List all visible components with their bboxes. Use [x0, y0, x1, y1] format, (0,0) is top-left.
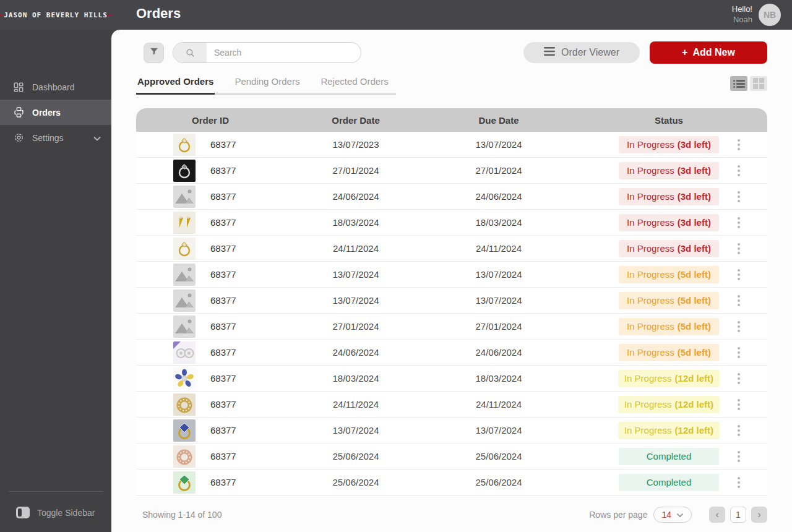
table-row[interactable]: 68377 24/06/2024 24/06/2024 In Progress …: [136, 184, 767, 210]
kebab-menu-icon[interactable]: [735, 163, 742, 179]
list-view-icon: [733, 80, 745, 88]
order-id-value: 68377: [198, 425, 285, 435]
status-text: In Progress: [627, 295, 674, 306]
funnel-icon: [149, 46, 159, 59]
order-date-value: 27/01/2024: [285, 321, 427, 332]
order-id-value: 68377: [198, 347, 285, 358]
add-new-button[interactable]: + Add New: [650, 41, 767, 64]
status-badge: In Progress (5d left): [619, 266, 719, 283]
filter-button[interactable]: [144, 43, 164, 63]
toggle-sidebar-button[interactable]: Toggle Sidebar: [0, 507, 111, 518]
table-row[interactable]: 68377 27/01/2024 27/01/2024 In Progress …: [136, 314, 767, 340]
kebab-menu-icon[interactable]: [735, 293, 742, 309]
sidebar-item-dashboard[interactable]: Dashboard: [0, 74, 111, 100]
tab-rejected-orders[interactable]: Rejected Orders: [319, 76, 389, 93]
grid-view-icon: [753, 78, 764, 89]
table-row[interactable]: 68377 25/06/2024 25/06/2024 Completed: [136, 470, 767, 496]
order-id-value: 68377: [198, 451, 285, 461]
table-row[interactable]: 68377 13/07/2024 13/07/2024 In Progress …: [136, 262, 767, 288]
page-number-button[interactable]: 1: [730, 507, 746, 523]
sidebar-item-settings[interactable]: Settings: [0, 125, 111, 150]
status-days-left: (3d left): [678, 139, 711, 150]
column-header-status: Status: [570, 115, 767, 126]
kebab-menu-icon[interactable]: [735, 215, 742, 231]
avatar[interactable]: NB: [759, 4, 781, 26]
orders-table: Order ID Order Date Due Date Status 6837…: [136, 108, 767, 496]
status-days-left: (12d left): [675, 373, 714, 384]
order-id-value: 68377: [198, 191, 285, 202]
status-badge: In Progress (3d left): [619, 162, 719, 179]
status-text: In Progress: [624, 373, 672, 384]
rows-per-page-value: 14: [661, 510, 671, 520]
table-row[interactable]: 68377 13/07/2024 13/07/2024 In Progress …: [136, 288, 767, 314]
table-row[interactable]: 68377 24/06/2024 24/06/2024 In Progress …: [136, 340, 767, 366]
sidebar-divider: [9, 491, 103, 492]
sidebar: Dashboard Orders Settings: [0, 30, 111, 532]
status-days-left: (5d left): [678, 347, 711, 358]
search-input[interactable]: [207, 48, 361, 58]
kebab-menu-icon[interactable]: [735, 474, 742, 491]
status-days-left: (5d left): [678, 295, 711, 306]
table-row[interactable]: 68377 24/11/2024 24/11/2024 In Progress …: [136, 392, 767, 418]
kebab-menu-icon[interactable]: [735, 448, 742, 465]
kebab-menu-icon[interactable]: [735, 241, 742, 257]
table-row[interactable]: 68377 25/06/2024 25/06/2024 Completed: [136, 444, 767, 470]
order-viewer-button[interactable]: Order Viewer: [523, 42, 640, 63]
column-header-order-id: Order ID: [136, 115, 285, 126]
order-date-value: 13/07/2023: [285, 139, 427, 150]
order-id-value: 68377: [198, 373, 285, 384]
due-date-value: 13/07/2024: [427, 425, 570, 435]
table-row[interactable]: 68377 13/07/2024 13/07/2024 In Progress …: [136, 418, 767, 444]
greeting-username: Noah: [732, 14, 752, 25]
chevron-down-icon: [93, 134, 101, 144]
kebab-menu-icon[interactable]: [735, 423, 742, 439]
avatar-initials: NB: [764, 10, 776, 20]
page-title: Orders: [136, 6, 181, 22]
status-badge: Completed: [619, 448, 719, 465]
table-row[interactable]: 68377 18/03/2024 18/03/2024 In Progress …: [136, 210, 767, 236]
product-thumbnail: [173, 445, 196, 468]
table-row[interactable]: 68377 18/03/2024 18/03/2024 In Progress …: [136, 366, 767, 392]
kebab-menu-icon[interactable]: [735, 137, 742, 153]
status-text: In Progress: [624, 425, 672, 435]
status-days-left: (3d left): [678, 217, 711, 228]
product-thumbnail: [173, 160, 196, 182]
user-greeting: Hello! Noah: [732, 4, 752, 25]
kebab-menu-icon[interactable]: [735, 397, 742, 413]
tab-approved-orders[interactable]: Approved Orders: [136, 76, 215, 95]
due-date-value: 24/06/2024: [427, 191, 570, 202]
order-viewer-label: Order Viewer: [561, 47, 619, 58]
product-thumbnail: [173, 367, 196, 390]
product-thumbnail: [173, 471, 196, 494]
status-badge: In Progress (5d left): [619, 344, 719, 361]
sidebar-item-orders[interactable]: Orders: [0, 100, 111, 125]
table-row[interactable]: 68377 27/01/2024 27/01/2024 In Progress …: [136, 158, 767, 184]
prev-page-button[interactable]: ‹: [709, 507, 725, 523]
due-date-value: 13/07/2024: [427, 139, 570, 150]
product-thumbnail: [173, 341, 196, 364]
kebab-menu-icon[interactable]: [735, 345, 742, 361]
status-text: In Progress: [627, 139, 674, 150]
add-new-label: Add New: [692, 47, 734, 58]
table-row[interactable]: 68377 24/11/2024 24/11/2024 In Progress …: [136, 236, 767, 262]
next-page-button[interactable]: ›: [751, 507, 767, 523]
table-row[interactable]: 68377 13/07/2023 13/07/2024 In Progress …: [136, 132, 767, 158]
order-date-value: 24/06/2024: [285, 191, 427, 202]
top-bar: —JASON OF BEVERLY HILLS— Orders Hello! N…: [0, 0, 792, 30]
status-text: In Progress: [627, 269, 674, 280]
column-header-due-date: Due Date: [427, 115, 570, 126]
order-id-value: 68377: [198, 477, 285, 487]
kebab-menu-icon[interactable]: [735, 371, 742, 387]
tab-pending-orders[interactable]: Pending Orders: [233, 76, 301, 93]
kebab-menu-icon[interactable]: [735, 189, 742, 205]
rows-per-page-select[interactable]: 14: [653, 507, 692, 523]
kebab-menu-icon[interactable]: [735, 267, 742, 283]
gear-icon: [12, 132, 25, 144]
list-view-toggle[interactable]: [730, 76, 747, 91]
grid-view-toggle[interactable]: [750, 76, 767, 91]
logo-text: JASON OF BEVERLY HILLS: [4, 11, 108, 19]
main-content: Order Viewer + Add New Approved Orders P…: [111, 30, 792, 532]
rows-per-page-label: Rows per page: [589, 510, 647, 520]
kebab-menu-icon[interactable]: [735, 319, 742, 335]
product-thumbnail: [173, 238, 196, 260]
